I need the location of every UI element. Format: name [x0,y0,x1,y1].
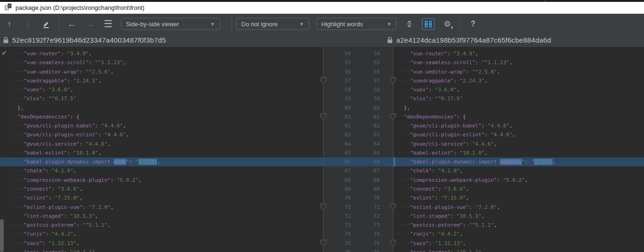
right-editor-pane[interactable]: ····"vue-router":·"3.4.9",····"vue-seaml… [393,47,644,252]
code-line: ··"devDependencies":·{ [0,112,323,121]
window-title: package.json (D:\projects\rongchang\fron… [15,4,144,11]
line-number: 64 [324,140,351,148]
line-number: 75 [351,239,380,248]
line-number: 55 [351,58,380,67]
line-number: 62 [324,121,351,130]
line-number: 76 [351,248,380,252]
edit-source-icon[interactable] [40,18,52,30]
code-line: ····"runjs":·"4.4.2", [393,230,644,238]
line-number: 68 [324,176,351,185]
line-number-row: 7272 [324,212,393,221]
line-number-row: 5555 [324,58,393,67]
line-number: 69 [351,185,380,193]
code-line: ····"xlsx":·"^0.17.5" [393,94,644,103]
line-number: 57 [351,76,380,85]
lock-icon [3,37,9,44]
code-line: ····"connect":·"3.6.6", [393,185,644,193]
code-line: ····"@vue/cli-plugin-babel":·"4.4.6", [0,121,323,130]
code-line: ····"sass-loader":·"10.1.1", [0,248,323,252]
line-number: 74 [324,230,351,238]
ignore-policy-label: Do not ignore [241,21,278,28]
code-line: ····"babel-eslint":·"10.1.0", [0,148,323,157]
code-line: ····"eslint-plugin-vue":·"7.2.0", [393,203,644,212]
viewer-mode-dropdown[interactable]: Side-by-side viewer ▼ [121,18,220,30]
code-line: ····"postcss-pxtorem":·"^5.1.1", [0,221,323,230]
line-number-row: 5858 [324,85,393,94]
collapse-unchanged-icon[interactable] [404,18,415,30]
scrollbar-thumb[interactable] [0,219,4,252]
line-number-row: 5757 [324,76,393,85]
line-number-row: 6868 [324,176,393,185]
chevron-down-icon: ▼ [299,22,304,27]
code-line: ····"vue-ueditor-wrap":·"^2.5.6", [393,67,644,76]
line-number: 61 [324,112,351,121]
line-number-row: 5656 [324,67,393,76]
code-line: ····"@vue/cli-service":·"4.4.6", [0,140,323,148]
code-line: ····"lint-staged":·"10.5.3", [393,212,644,221]
diff-center-gutter: 5454555556565757585859596060616162626363… [323,47,393,252]
help-button[interactable]: ? [467,18,479,30]
line-number: 76 [324,248,351,252]
code-line: ····"vue-ueditor-wrap":·"^2.5.6", [0,67,323,76]
toolbar-separator [59,19,59,29]
history-menu-icon[interactable]: ☰ [103,18,114,30]
ignore-policy-dropdown[interactable]: Do not ignore ▼ [236,18,309,30]
code-line: ····"compression-webpack-plugin":·"5.0.2… [393,176,644,185]
line-number: 66 [351,157,380,166]
code-line: ··}, [393,104,644,112]
next-change-button[interactable]: ↓ [22,18,33,30]
line-number: 71 [324,203,351,212]
code-line: ····"connect":·"3.6.6", [0,185,323,193]
code-line: ····"vuedraggable":·"2.24.3", [0,76,323,85]
line-number: 65 [351,148,380,157]
line-number: 54 [351,49,380,58]
code-line: ····"@vue/cli-plugin-babel":·"4.4.6", [393,121,644,130]
line-number: 74 [351,230,380,238]
code-line: ····"chalk":·"4.1.0", [0,166,323,175]
line-number: 75 [324,239,351,248]
highlight-mode-label: Highlight words [321,21,363,28]
diff-toolbar: ↑ ↓ ← → ☰ Side-by-side viewer ▼ Do not i… [0,15,644,33]
diff-editor-area: ····"vue-router":·"3.4.9",····"vue-seaml… [0,47,644,252]
line-number-row: 5959 [324,94,393,103]
line-number: 73 [324,221,351,230]
code-line: ····"@vue/cli-service":·"4.4.6", [393,140,644,148]
line-number: 70 [324,193,351,202]
code-line: ····"vuex":·"3.6.0", [393,85,644,94]
line-number: 57 [324,76,351,85]
line-number: 65 [324,148,351,157]
line-number-row: 6060 [324,104,393,112]
line-number-row: 6262 [324,121,393,130]
code-line: ····"@vue/cli-plugin-eslint":·"4.4.6", [0,130,323,139]
toolbar-separator [231,19,232,29]
synchronize-scrolling-toggle[interactable] [422,18,435,30]
line-number: 58 [324,85,351,94]
line-number-row: 6363 [324,130,393,139]
code-line: ····"babel-plugin-dynamic-import-webpack… [393,157,644,166]
highlight-mode-dropdown[interactable]: Highlight words ▼ [316,18,397,30]
left-revision-hash: 52ec8192f7e9619b46d23347a4003487f0f3b7d5 [12,36,166,44]
chevron-down-icon: ▼ [387,22,392,27]
code-line: ····"chalk":·"4.1.0", [393,166,644,175]
line-number: 69 [324,185,351,193]
code-line: ··"devDependencies":·{ [393,112,644,121]
code-line: ····"vuex":·"3.6.0", [0,85,323,94]
line-number-row: 6565 [324,148,393,157]
code-line: ····"lint-staged":·"10.5.3", [0,212,323,221]
back-button[interactable]: ← [66,18,77,30]
forward-button[interactable]: → [84,18,96,30]
line-number: 63 [324,130,351,139]
scrollbar-glyph-icon [429,21,432,28]
line-number-row: 6666 [324,157,393,166]
settings-gear-icon[interactable]: ⚙▼ [442,18,453,30]
code-line: ····"xlsx":·"^0.17.5" [0,94,323,103]
viewer-mode-label: Side-by-side viewer [126,21,179,28]
previous-change-button[interactable]: ↑ [4,18,15,30]
line-number: 71 [351,203,380,212]
line-number: 59 [324,94,351,103]
left-editor-pane[interactable]: ····"vue-router":·"3.4.9",····"vue-seaml… [0,47,323,252]
line-number: 58 [351,85,380,94]
code-line: ····"babel-plugin-dynamic-import-node":·… [0,157,323,166]
line-number: 67 [324,166,351,175]
line-number: 72 [351,212,380,221]
